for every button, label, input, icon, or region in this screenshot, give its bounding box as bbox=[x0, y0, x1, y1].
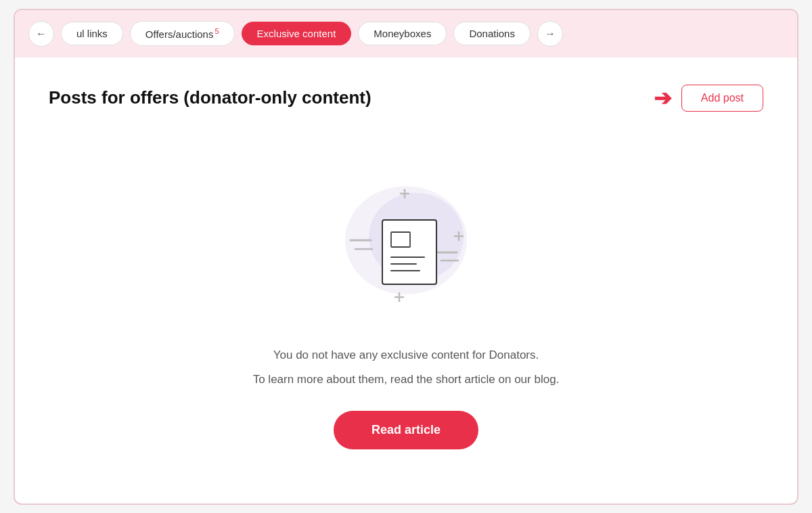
empty-text-donators: You do not have any exclusive content fo… bbox=[273, 349, 539, 362]
tab-donations[interactable]: Donations bbox=[453, 22, 531, 45]
tab-offers-auctions-label: Offers/auctions bbox=[145, 28, 214, 40]
add-post-button[interactable]: Add post bbox=[681, 85, 763, 112]
next-tab-button[interactable]: → bbox=[537, 21, 563, 47]
tab-donations-label: Donations bbox=[469, 28, 515, 39]
tab-moneyboxes-label: Moneyboxes bbox=[374, 28, 431, 39]
svg-rect-12 bbox=[382, 220, 436, 284]
header-right: ➔ Add post bbox=[654, 85, 763, 112]
tab-exclusive-content-label: Exclusive content bbox=[257, 28, 336, 39]
page-header: Posts for offers (donator-only content) … bbox=[49, 85, 763, 112]
main-card: ← ul links Offers/auctions5 Exclusive co… bbox=[14, 9, 798, 505]
tab-offers-auctions-badge: 5 bbox=[215, 27, 219, 35]
main-content: Posts for offers (donator-only content) … bbox=[15, 58, 797, 504]
empty-state: You do not have any exclusive content fo… bbox=[49, 139, 763, 476]
read-article-button[interactable]: Read article bbox=[334, 411, 478, 449]
tab-exclusive-content[interactable]: Exclusive content bbox=[242, 22, 352, 45]
empty-illustration bbox=[311, 152, 501, 328]
tab-useful-links[interactable]: ul links bbox=[61, 22, 123, 45]
tab-moneyboxes[interactable]: Moneyboxes bbox=[358, 22, 447, 45]
tab-bar: ← ul links Offers/auctions5 Exclusive co… bbox=[15, 10, 797, 58]
empty-text-blog: To learn more about them, read the short… bbox=[253, 373, 560, 386]
tab-useful-links-label: ul links bbox=[76, 28, 108, 39]
arrow-right-icon: ➔ bbox=[654, 85, 672, 111]
tab-offers-auctions[interactable]: Offers/auctions5 bbox=[130, 21, 235, 46]
prev-tab-button[interactable]: ← bbox=[28, 21, 54, 47]
page-title: Posts for offers (donator-only content) bbox=[49, 87, 371, 108]
